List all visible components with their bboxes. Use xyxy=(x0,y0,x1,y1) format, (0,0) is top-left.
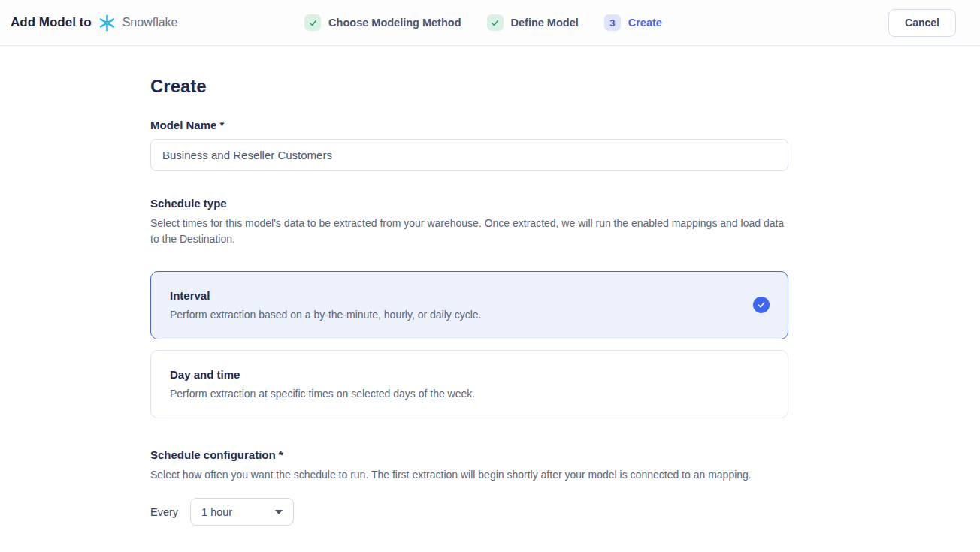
option-text-group: Interval Perform extraction based on a b… xyxy=(170,289,481,321)
schedule-type-options: Interval Perform extraction based on a b… xyxy=(150,271,788,418)
step-label: Create xyxy=(628,17,662,29)
model-name-input[interactable] xyxy=(150,139,788,171)
step-choose-modeling-method[interactable]: Choose Modeling Method xyxy=(304,14,461,31)
caret-down-icon xyxy=(275,510,283,514)
header-title-group: Add Model to Snowflake xyxy=(11,14,304,32)
wizard-stepper: Choose Modeling Method Define Model 3 Cr… xyxy=(304,14,662,31)
step-complete-check-icon xyxy=(487,14,504,31)
option-description: Perform extraction at specific times on … xyxy=(170,388,475,400)
option-text-group: Day and time Perform extraction at speci… xyxy=(170,368,475,400)
step-label: Define Model xyxy=(511,17,579,29)
step-create[interactable]: 3 Create xyxy=(604,14,662,31)
destination-name: Snowflake xyxy=(122,16,178,29)
page-header-title: Add Model to xyxy=(11,15,92,30)
page-title: Create xyxy=(150,76,788,97)
option-title: Interval xyxy=(170,289,481,302)
option-description: Perform extraction based on a by-the-min… xyxy=(170,309,481,321)
selected-check-icon xyxy=(753,297,770,313)
interval-select[interactable]: 1 hour xyxy=(190,498,294,526)
schedule-type-label: Schedule type xyxy=(150,197,788,210)
cancel-button[interactable]: Cancel xyxy=(888,9,956,37)
step-define-model[interactable]: Define Model xyxy=(487,14,579,31)
schedule-configuration-label: Schedule configuration * xyxy=(150,448,788,461)
option-title: Day and time xyxy=(170,368,475,381)
every-label: Every xyxy=(150,506,178,518)
header-actions: Cancel xyxy=(662,9,956,37)
create-step-content: Create Model Name * Schedule type Select… xyxy=(0,76,788,526)
schedule-configuration-description: Select how often you want the schedule t… xyxy=(150,467,793,483)
model-name-label: Model Name * xyxy=(150,119,788,131)
interval-config-row: Every 1 hour xyxy=(150,498,788,526)
step-complete-check-icon xyxy=(304,14,321,31)
interval-select-value: 1 hour xyxy=(201,506,232,518)
schedule-type-description: Select times for this model's data to be… xyxy=(150,216,793,247)
option-card-day-and-time[interactable]: Day and time Perform extraction at speci… xyxy=(150,350,788,418)
wizard-header: Add Model to Snowflake Choose Modeling M… xyxy=(0,0,980,46)
step-label: Choose Modeling Method xyxy=(328,17,461,29)
option-card-interval[interactable]: Interval Perform extraction based on a b… xyxy=(150,271,788,339)
step-number-badge: 3 xyxy=(604,14,621,31)
snowflake-logo-icon xyxy=(98,14,116,32)
